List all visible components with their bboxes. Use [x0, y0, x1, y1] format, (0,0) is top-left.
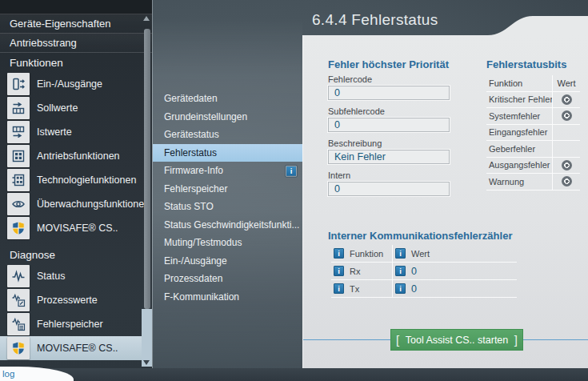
sidebar-item-geraete-eigenschaften[interactable]: Geräte-Eigenschaften	[0, 14, 152, 34]
info-icon[interactable]: i	[395, 266, 406, 276]
menu-item-fehlerstatus[interactable]: Fehlerstatus	[153, 144, 302, 162]
sidebar-item-label: MOVISAFE® CS..	[37, 223, 118, 234]
table-row: Ausgangsfehler	[486, 158, 580, 174]
log-panel-corner: log	[0, 367, 74, 381]
table-header-row: Funktion Wert	[486, 75, 580, 92]
section-header-label: Diagnose	[10, 249, 55, 261]
menu-item-geraetestatus[interactable]: Gerätestatus	[153, 126, 302, 144]
section-title-statusbits: Fehlerstatusbits	[486, 58, 566, 70]
sidebar-item-ein-ausgaenge[interactable]: Ein-/Ausgänge	[0, 72, 152, 96]
info-icon[interactable]: i	[395, 283, 406, 294]
sidebar-item-technologiefunktionen[interactable]: Technologiefunktionen	[0, 168, 152, 192]
field-label-intern: Intern	[328, 170, 451, 180]
info-icon[interactable]: i	[286, 166, 297, 177]
fault-memory-icon	[7, 313, 30, 335]
cell-label: Ausgangsfehler	[486, 160, 552, 170]
menu-item-ein-ausgaenge[interactable]: Ein-/Ausgänge	[153, 252, 302, 271]
sidebar-item-sollwerte[interactable]: Sollwerte	[0, 96, 152, 120]
menu-item-label: Firmware-Info	[164, 165, 223, 176]
sidebar-item-label: Fehlerspeicher	[37, 319, 103, 330]
technology-functions-icon	[7, 169, 30, 191]
log-link[interactable]: log	[2, 369, 74, 379]
scroll-down-icon[interactable]	[143, 360, 150, 365]
setpoints-icon	[7, 97, 30, 119]
sidebar-item-ueberwachungsfunktionen[interactable]: Überwachungsfunktionen	[0, 192, 152, 216]
eye-icon	[7, 193, 30, 215]
cell-label: Eingangsfehler	[486, 127, 552, 137]
sidebar-item-label: Antriebsfunktionen	[37, 150, 120, 162]
sidebar-scrollbar[interactable]	[142, 14, 152, 367]
column-header-funktion: Funktion	[486, 78, 552, 88]
sidebar-item-label: Ein-/Ausgänge	[37, 78, 102, 90]
table-row: i Rx i 0	[331, 263, 517, 280]
sidebar-item-antriebsfunktionen[interactable]: Antriebsfunktionen	[0, 144, 152, 168]
scroll-up-icon[interactable]	[143, 16, 150, 21]
io-icon	[7, 73, 30, 95]
cell-value: 0	[411, 266, 417, 277]
submenu-panel: Gerätedaten Grundeinstellungen Gerätesta…	[152, 0, 302, 381]
cell-label: Warnung	[486, 177, 552, 186]
status-led-icon	[562, 110, 572, 121]
sidebar-item-movisafe-diagnose[interactable]: MOVISAFE® CS..	[0, 336, 152, 360]
info-icon[interactable]: i	[334, 248, 344, 259]
sidebar-item-label: Sollwerte	[37, 102, 78, 114]
table-row: Warnung	[486, 174, 580, 190]
fault-priority-form: Fehlercode Subfehlercode Beschreibung In…	[328, 74, 451, 203]
status-led-icon	[562, 176, 572, 186]
sidebar-item-antriebsstrang[interactable]: Antriebsstrang	[0, 34, 152, 53]
intern-field[interactable]	[328, 182, 450, 196]
status-led-icon	[562, 160, 572, 170]
sidebar-item-label: Istwerte	[37, 126, 72, 138]
info-icon[interactable]: i	[334, 266, 344, 276]
submenu-list: Gerätedaten Grundeinstellungen Gerätesta…	[153, 90, 302, 306]
section-title-comm-counter: Interner Kommunikationsfehlerzähler	[328, 230, 512, 242]
sidebar-item-label: Überwachungsfunktionen	[37, 199, 150, 210]
menu-item-prozessdaten[interactable]: Prozessdaten	[153, 270, 302, 288]
actual-values-icon	[7, 121, 30, 143]
pulse-icon	[7, 265, 30, 287]
menu-item-grundeinstellungen[interactable]: Grundeinstellungen	[153, 108, 302, 126]
menu-item-f-kommunikation[interactable]: F-Kommunikation	[153, 288, 302, 307]
table-row: Geberfehler	[486, 141, 580, 158]
menu-item-status-sto[interactable]: Status STO	[153, 198, 302, 216]
section-header-label: Funktionen	[10, 57, 63, 69]
fehlercode-field[interactable]	[328, 86, 450, 100]
main-content: 6.4.4 Fehlerstatus Fehler höchster Prior…	[302, 0, 588, 381]
menu-item-muting-testmodus[interactable]: Muting/Testmodus	[153, 234, 302, 252]
status-led-icon	[562, 94, 572, 105]
sidebar-item-status[interactable]: Status	[0, 264, 152, 288]
subfehlercode-field[interactable]	[328, 118, 450, 132]
movisafe-shield-icon	[7, 217, 30, 239]
sidebar-item-label: Geräte-Eigenschaften	[10, 18, 110, 30]
table-row: i Tx i 0	[331, 280, 517, 298]
info-icon[interactable]: i	[395, 248, 406, 259]
menu-item-firmware-info[interactable]: Firmware-Info i	[153, 162, 302, 180]
menu-item-status-geschwindigkeitsfunktionen[interactable]: Status Geschwindigkeitsfunkti...	[153, 216, 302, 235]
scrollbar-thumb[interactable]	[144, 29, 150, 309]
beschreibung-field[interactable]	[328, 150, 450, 164]
sidebar-section-diagnose[interactable]: Diagnose	[0, 245, 152, 264]
table-row: Eingangsfehler	[486, 125, 580, 142]
sidebar-item-label: Technologiefunktionen	[37, 174, 136, 186]
sidebar-item-label: MOVISAFE® CS..	[37, 343, 118, 354]
sidebar-item-fehlerspeicher[interactable]: Fehlerspeicher	[0, 312, 152, 336]
info-icon[interactable]: i	[334, 283, 344, 294]
sidebar-section-funktionen[interactable]: Funktionen	[0, 53, 152, 72]
menu-item-fehlerspeicher[interactable]: Fehlerspeicher	[153, 180, 302, 199]
sidebar-item-movisafe-funktionen[interactable]: MOVISAFE® CS..	[0, 216, 152, 240]
sidebar-item-prozesswerte[interactable]: Prozesswerte	[0, 288, 152, 312]
sidebar-item-label: Antriebsstrang	[10, 37, 77, 49]
bottom-band	[0, 368, 588, 381]
sidebar-top-strip	[0, 0, 152, 14]
sidebar-item-label: Status	[37, 271, 65, 282]
drive-functions-icon	[7, 145, 30, 167]
menu-item-geraetedaten[interactable]: Gerätedaten	[153, 90, 302, 108]
sidebar-item-istwerte[interactable]: Istwerte	[0, 120, 152, 144]
table-row: Systemfehler	[486, 108, 580, 125]
statusbits-table: Funktion Wert Kritischer Fehler Systemfe…	[486, 75, 580, 190]
scrollbar-track[interactable]	[142, 309, 152, 367]
tool-assist-start-button[interactable]: [ Tool Assist CS.. starten ]	[390, 329, 523, 351]
field-label-fehlercode: Fehlercode	[328, 74, 451, 84]
content-panel: Fehler höchster Priorität Fehlercode Sub…	[302, 35, 588, 368]
panel-top-curve	[302, 16, 588, 35]
